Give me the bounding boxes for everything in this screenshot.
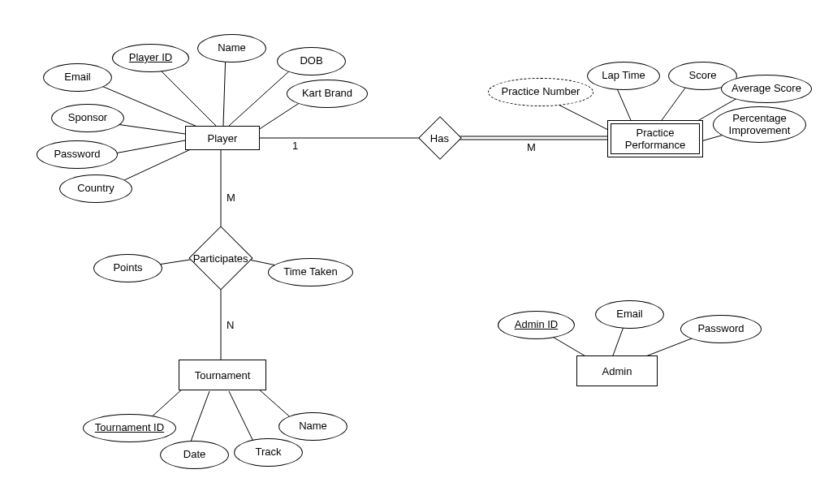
- attr-admin-password: Password: [680, 315, 762, 343]
- svg-line-25: [613, 325, 624, 355]
- attr-email: Email: [43, 63, 112, 92]
- attr-lap-time: Lap Time: [587, 62, 660, 90]
- attr-percentage-improvement: Percentage Improvement: [713, 106, 806, 143]
- relationship-participates: Participates: [188, 226, 252, 290]
- svg-line-7: [114, 149, 192, 185]
- attr-tournament-id: Tournament ID: [83, 414, 176, 442]
- attr-average-score: Average Score: [721, 75, 812, 103]
- attr-dob: DOB: [277, 47, 346, 75]
- cardinality-has-left: 1: [292, 140, 298, 152]
- attr-player-id: Player ID: [112, 44, 189, 72]
- attr-date: Date: [160, 441, 229, 469]
- cardinality-participates-top: M: [227, 192, 235, 204]
- attr-tournament-name: Name: [278, 412, 347, 441]
- attr-practice-number: Practice Number: [488, 78, 593, 106]
- entity-practice-performance: Practice Performance: [611, 123, 700, 154]
- attr-admin-id: Admin ID: [498, 311, 575, 339]
- svg-line-21: [188, 391, 209, 448]
- entity-player: Player: [185, 126, 260, 150]
- entity-tournament: Tournament: [179, 360, 266, 390]
- relationship-has: Has: [418, 116, 462, 160]
- entity-admin: Admin: [576, 355, 658, 386]
- attr-sponsor: Sponsor: [51, 104, 124, 132]
- attr-password: Password: [37, 140, 118, 169]
- cardinality-participates-bottom: N: [227, 319, 234, 331]
- attr-admin-email: Email: [595, 300, 664, 329]
- svg-line-2: [223, 51, 226, 126]
- entity-player-label: Player: [208, 132, 238, 144]
- attr-time-taken: Time Taken: [268, 258, 353, 286]
- attr-points: Points: [93, 254, 162, 282]
- attr-country: Country: [59, 174, 132, 203]
- attr-kart-brand: Kart Brand: [287, 80, 368, 108]
- attr-name: Name: [197, 34, 266, 62]
- attr-track: Track: [234, 438, 303, 467]
- cardinality-has-right: M: [527, 141, 536, 153]
